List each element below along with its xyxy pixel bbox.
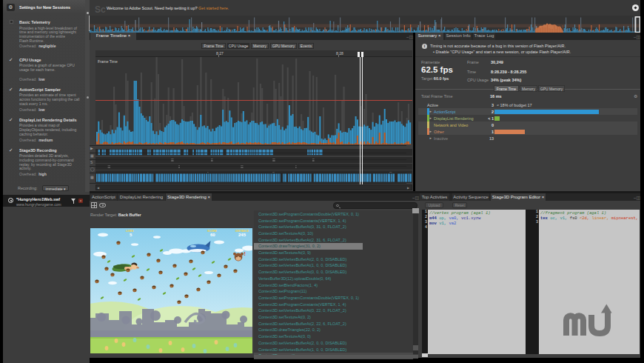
svg-text:245: 245 <box>238 233 246 237</box>
svg-text:60: 60 <box>210 233 215 237</box>
svg-text:!: ! <box>244 251 246 256</box>
